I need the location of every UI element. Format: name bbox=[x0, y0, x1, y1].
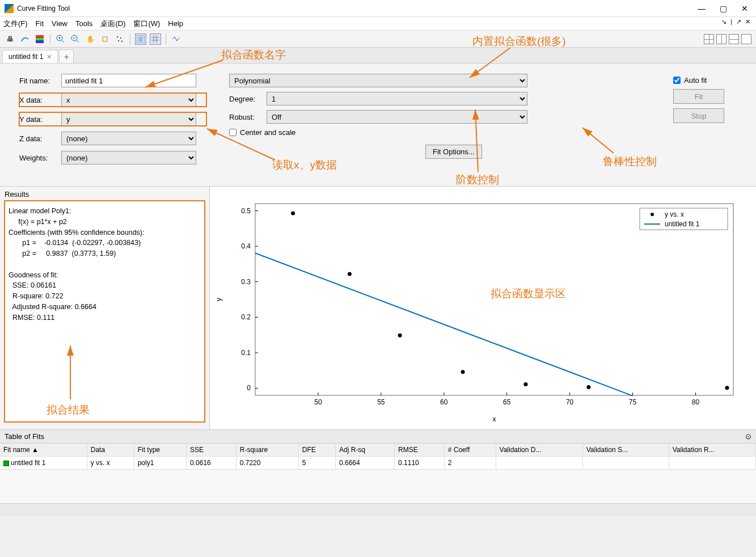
surface-icon[interactable] bbox=[19, 33, 31, 45]
colormap-icon[interactable] bbox=[34, 33, 45, 45]
results-panel: Results Linear model Poly1: f(x) = p1*x … bbox=[0, 187, 210, 429]
menubar: 文件(F) Fit View Tools 桌面(D) 窗口(W) Help ↘ … bbox=[0, 17, 756, 31]
tof-cell-7: 0.1110 bbox=[395, 457, 445, 470]
svg-point-56 bbox=[461, 370, 465, 374]
fit-name-label: Fit name: bbox=[19, 77, 61, 85]
menu-window[interactable]: 窗口(W) bbox=[133, 19, 160, 29]
svg-point-14 bbox=[121, 41, 123, 42]
tof-col-3[interactable]: SSE bbox=[187, 444, 236, 457]
tof-col-8[interactable]: # Coeff bbox=[444, 444, 496, 457]
svg-point-13 bbox=[118, 40, 119, 41]
stop-button[interactable]: Stop bbox=[673, 108, 724, 123]
tof-header: Table of Fits bbox=[5, 432, 44, 441]
pan-icon[interactable]: ✋ bbox=[85, 33, 96, 45]
tof-cell-2: poly1 bbox=[134, 457, 186, 470]
action-form: Auto fit Fit Stop bbox=[673, 74, 741, 170]
statusbar bbox=[0, 504, 756, 516]
print-icon[interactable]: 🖶 bbox=[5, 33, 16, 45]
zdata-select[interactable]: (none) bbox=[61, 132, 196, 145]
layout-single-icon[interactable] bbox=[741, 34, 751, 44]
tof-cell-5: 5 bbox=[298, 457, 335, 470]
table-of-fits: Table of Fits ⊙ Fit name ▲DataFit typeSS… bbox=[0, 429, 756, 504]
svg-rect-2 bbox=[36, 40, 44, 43]
xdata-select[interactable]: x bbox=[61, 93, 196, 107]
minimize-button[interactable]: — bbox=[695, 4, 708, 13]
degree-select[interactable]: 1 bbox=[267, 92, 527, 106]
svg-rect-1 bbox=[36, 38, 44, 40]
tof-col-2[interactable]: Fit type bbox=[134, 444, 186, 457]
zdata-label: Z data: bbox=[19, 134, 61, 143]
residual-icon[interactable] bbox=[171, 33, 182, 45]
svg-point-57 bbox=[523, 382, 527, 386]
tof-cell-9 bbox=[496, 457, 582, 470]
svg-line-66 bbox=[470, 48, 510, 78]
plot-area[interactable]: 5055606570758000.10.20.30.40.5xyy vs. xu… bbox=[210, 187, 756, 429]
tab-label: untitled fit 1 bbox=[9, 53, 43, 61]
window-title: Curve Fitting Tool bbox=[17, 5, 695, 12]
tof-collapse-icon[interactable]: ⊙ bbox=[745, 432, 751, 441]
layout-vsplit-icon[interactable] bbox=[716, 34, 727, 44]
autofit-checkbox[interactable] bbox=[673, 77, 681, 84]
layout-hsplit-icon[interactable] bbox=[729, 34, 739, 44]
fit-button[interactable]: Fit bbox=[673, 89, 724, 104]
svg-point-11 bbox=[117, 36, 118, 37]
svg-rect-23 bbox=[255, 204, 733, 395]
svg-text:60: 60 bbox=[440, 398, 448, 406]
legend-icon[interactable] bbox=[135, 33, 146, 45]
tof-cell-11 bbox=[669, 457, 755, 470]
titlebar: Curve Fitting Tool — ▢ ✕ bbox=[0, 0, 756, 17]
svg-line-4 bbox=[62, 40, 64, 43]
tof-cell-6: 0.6664 bbox=[335, 457, 394, 470]
svg-line-69 bbox=[582, 128, 614, 153]
ydata-label: Y data: bbox=[19, 115, 61, 124]
svg-line-8 bbox=[77, 40, 79, 43]
menu-desktop[interactable]: 桌面(D) bbox=[100, 19, 125, 29]
zoom-in-icon[interactable] bbox=[55, 33, 66, 45]
svg-line-67 bbox=[207, 129, 275, 160]
tof-col-7[interactable]: RMSE bbox=[395, 444, 445, 457]
tab-close-icon[interactable]: ✕ bbox=[47, 53, 52, 61]
dock-controls[interactable]: ↘ | ↗ ✕ bbox=[721, 18, 751, 26]
tof-col-0[interactable]: Fit name ▲ bbox=[0, 444, 87, 457]
data-cursor-icon[interactable] bbox=[99, 33, 111, 45]
layout-quad-icon[interactable] bbox=[704, 34, 714, 44]
tof-col-6[interactable]: Adj R-sq bbox=[335, 444, 394, 457]
tof-table: Fit name ▲DataFit typeSSER-squareDFEAdj … bbox=[0, 444, 756, 470]
menu-tools[interactable]: Tools bbox=[75, 19, 92, 28]
svg-text:75: 75 bbox=[629, 398, 637, 406]
tof-col-10[interactable]: Validation S... bbox=[582, 444, 669, 457]
svg-text:0.3: 0.3 bbox=[241, 278, 251, 286]
menu-fit[interactable]: Fit bbox=[36, 19, 44, 28]
svg-text:0: 0 bbox=[247, 384, 251, 392]
svg-text:0.2: 0.2 bbox=[241, 313, 251, 321]
tof-col-1[interactable]: Data bbox=[87, 444, 134, 457]
fit-panel: Fit name: X data: x Y data: y Z data: (n… bbox=[0, 64, 756, 187]
menu-file[interactable]: 文件(F) bbox=[3, 19, 28, 29]
exclude-icon[interactable] bbox=[114, 33, 125, 45]
weights-select[interactable]: (none) bbox=[61, 151, 196, 164]
weights-label: Weights: bbox=[19, 154, 61, 162]
svg-text:55: 55 bbox=[377, 398, 385, 406]
svg-text:0.1: 0.1 bbox=[241, 349, 251, 357]
grid-icon[interactable] bbox=[150, 33, 161, 45]
tof-col-4[interactable]: R-square bbox=[236, 444, 298, 457]
mid-section: Results Linear model Poly1: f(x) = p1*x … bbox=[0, 187, 756, 429]
close-button[interactable]: ✕ bbox=[738, 4, 751, 13]
autofit-label: Auto fit bbox=[684, 76, 707, 85]
svg-text:65: 65 bbox=[503, 398, 511, 406]
degree-label: Degree: bbox=[229, 95, 267, 103]
maximize-button[interactable]: ▢ bbox=[716, 4, 730, 13]
xdata-label: X data: bbox=[19, 96, 61, 104]
zoom-out-icon[interactable] bbox=[70, 33, 81, 45]
tof-col-9[interactable]: Validation D... bbox=[496, 444, 582, 457]
add-tab-button[interactable]: + bbox=[59, 49, 74, 63]
tof-col-11[interactable]: Validation R... bbox=[669, 444, 755, 457]
ydata-select[interactable]: y bbox=[61, 112, 196, 126]
tof-cell-1: y vs. x bbox=[87, 457, 134, 470]
svg-text:70: 70 bbox=[566, 398, 574, 406]
tab-fit-1[interactable]: untitled fit 1 ✕ bbox=[2, 50, 58, 63]
menu-help[interactable]: Help bbox=[168, 19, 183, 28]
menu-view[interactable]: View bbox=[52, 19, 67, 28]
svg-point-58 bbox=[586, 385, 590, 389]
tof-col-5[interactable]: DFE bbox=[298, 444, 335, 457]
